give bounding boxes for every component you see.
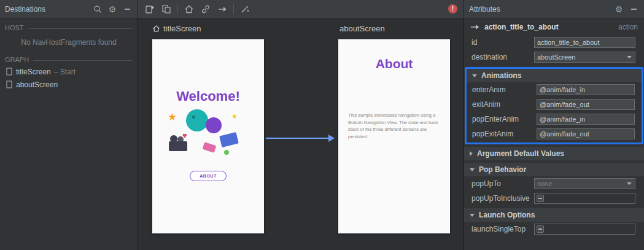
about-screen-label[interactable]: aboutScreen xyxy=(339,24,385,33)
destination-attribute-row: destination aboutScreen xyxy=(464,50,644,64)
canvas-toolbar xyxy=(138,0,464,18)
action-arrow-icon[interactable] xyxy=(217,4,228,15)
graph-item-name: aboutScreen xyxy=(16,80,58,89)
graph-item-name: titleScreen xyxy=(16,68,51,76)
new-destination-icon[interactable] xyxy=(144,4,155,15)
pop-enter-anim-input[interactable] xyxy=(537,114,635,125)
ticket-shape xyxy=(203,142,217,153)
star-icon: ★ xyxy=(168,112,177,122)
arrowhead xyxy=(328,135,335,142)
host-section-divider xyxy=(28,28,133,29)
search-icon[interactable] xyxy=(92,4,103,15)
destination-dropdown[interactable]: aboutScreen xyxy=(534,52,635,63)
about-screen-label-text: aboutScreen xyxy=(339,24,385,33)
title-illustration: ★ ★ ♥ xyxy=(168,109,249,161)
launchsingletop-label: launchSingleTop xyxy=(471,225,534,233)
navigation-editor: Destinations ⚙ HOST No NavHostFragments … xyxy=(0,0,644,250)
exit-anim-row: exitAnim xyxy=(467,97,642,112)
host-label-text: HOST xyxy=(5,24,24,31)
attributes-panel-header: Attributes ⚙ xyxy=(464,0,644,18)
popuptoinclusive-row: popUpToInclusive xyxy=(464,191,644,206)
indeterminate-checkbox-icon xyxy=(537,225,544,233)
gear-icon[interactable]: ⚙ xyxy=(107,4,118,15)
exit-anim-label: exitAnim xyxy=(472,100,537,109)
id-input[interactable] xyxy=(534,37,635,48)
navigation-canvas[interactable]: titleScreen Welcome! ★ ★ ♥ xyxy=(138,18,464,250)
launchsingletop-row: launchSingleTop xyxy=(464,222,644,236)
deep-link-icon[interactable] xyxy=(200,4,211,15)
popuptoinclusive-checkbox[interactable] xyxy=(534,193,635,204)
about-heading: About xyxy=(338,57,450,71)
about-screen-preview[interactable]: About This sample showcases navigation u… xyxy=(338,39,450,233)
purple-circle-shape xyxy=(206,117,222,133)
animations-section-title: Animations xyxy=(481,71,521,80)
pop-exit-anim-label: popExitAnim xyxy=(472,130,537,138)
teal-eye-shape xyxy=(192,115,195,119)
popuptoinclusive-label: popUpToInclusive xyxy=(471,194,534,203)
destinations-panel-header: Destinations ⚙ xyxy=(0,0,138,18)
graph-section-divider xyxy=(33,60,133,61)
pop-behavior-section-header[interactable]: Pop Behavior xyxy=(464,163,644,176)
action-name: action_title_to_about xyxy=(484,23,559,31)
gear-icon[interactable]: ⚙ xyxy=(613,4,624,15)
screen-icon xyxy=(6,68,12,76)
chevron-down-icon xyxy=(625,53,634,61)
auto-arrange-icon[interactable] xyxy=(239,4,250,15)
attributes-panel-title: Attributes xyxy=(469,5,500,14)
host-empty-message: No NavHostFragments found xyxy=(0,33,138,50)
start-home-icon xyxy=(152,25,160,33)
argument-defaults-section-title: Argument Default Values xyxy=(477,149,564,158)
pop-exit-anim-row: popExitAnim xyxy=(467,127,642,141)
exit-anim-input[interactable] xyxy=(537,99,635,110)
collapse-icon xyxy=(472,74,477,77)
launchsingletop-checkbox[interactable] xyxy=(534,224,635,235)
pop-behavior-section-title: Pop Behavior xyxy=(479,165,526,174)
toolbar-separator xyxy=(233,4,234,14)
destination-label: destination xyxy=(471,53,534,61)
popupto-label: popUpTo xyxy=(471,179,534,188)
welcome-heading: Welcome! xyxy=(152,88,264,104)
pop-enter-anim-row: popEnterAnim xyxy=(467,112,642,127)
collapse-icon xyxy=(470,168,475,171)
destination-value: aboutScreen xyxy=(537,53,575,61)
teal-circle-shape xyxy=(186,109,208,131)
home-icon[interactable] xyxy=(184,4,195,15)
id-attribute-row: id xyxy=(464,35,644,50)
pop-exit-anim-input[interactable] xyxy=(537,128,635,139)
error-indicator-icon[interactable] xyxy=(448,4,457,14)
expand-icon xyxy=(470,151,473,156)
chevron-down-icon xyxy=(625,179,634,188)
argument-defaults-section-header[interactable]: Argument Default Values xyxy=(464,147,644,160)
popupto-dropdown[interactable]: none xyxy=(534,178,635,189)
animations-section-header[interactable]: Animations xyxy=(467,69,642,82)
pop-enter-anim-label: popEnterAnim xyxy=(472,115,537,123)
about-body-text: This sample showcases navigation using a… xyxy=(338,112,450,141)
popupto-value: none xyxy=(537,180,552,187)
projector-body-shape xyxy=(169,141,187,151)
graph-item-suffix: – Start xyxy=(54,68,76,76)
host-section-label: HOST xyxy=(0,18,138,33)
title-screen-label-text: titleScreen xyxy=(163,24,201,33)
minimize-icon[interactable] xyxy=(122,4,133,15)
about-button[interactable]: ABOUT xyxy=(190,171,227,181)
green-dot-shape xyxy=(224,150,229,155)
launch-options-section-header[interactable]: Launch Options xyxy=(464,208,644,222)
minimize-icon[interactable] xyxy=(628,4,639,15)
title-screen-preview[interactable]: Welcome! ★ ★ ♥ ABOUT xyxy=(152,39,264,233)
destinations-panel-title: Destinations xyxy=(5,5,45,14)
enter-anim-label: enterAnim xyxy=(472,85,537,94)
graph-label-text: GRAPH xyxy=(5,56,29,63)
duplicate-icon[interactable] xyxy=(161,4,172,15)
clapperboard-shape xyxy=(219,132,239,147)
toolbar-separator xyxy=(177,4,178,14)
action-connection-arrow[interactable] xyxy=(266,138,329,139)
id-label: id xyxy=(471,38,534,47)
title-screen-label[interactable]: titleScreen xyxy=(152,24,201,33)
star-icon: ★ xyxy=(231,113,238,120)
animations-highlight-box: Animations enterAnim exitAnim popEnterAn… xyxy=(465,67,643,144)
graph-item-title-screen[interactable]: titleScreen – Start xyxy=(0,65,138,78)
enter-anim-row: enterAnim xyxy=(467,82,642,97)
graph-item-about-screen[interactable]: aboutScreen xyxy=(0,78,138,91)
enter-anim-input[interactable] xyxy=(537,84,635,95)
collapse-icon xyxy=(470,214,475,217)
